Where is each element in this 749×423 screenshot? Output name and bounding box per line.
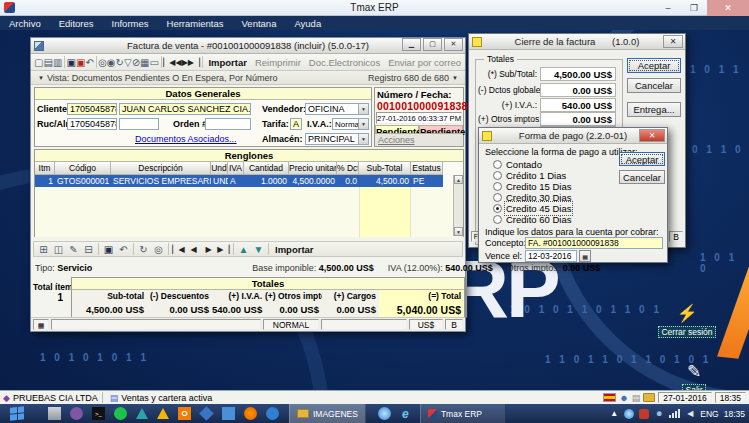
vista-label[interactable]: Vista: Documentos Pendientes O En Espera… bbox=[47, 73, 277, 83]
tarifa-field[interactable]: A bbox=[290, 118, 302, 130]
archive-folder-icon[interactable] bbox=[643, 393, 655, 402]
undo-icon[interactable] bbox=[86, 55, 94, 69]
system-tool-icon[interactable] bbox=[48, 407, 61, 420]
col-und[interactable]: Und bbox=[211, 162, 228, 175]
taskbar-clock[interactable]: 18:35 bbox=[724, 409, 745, 419]
col-descripcion[interactable]: Descripción bbox=[111, 162, 211, 175]
move-up-icon[interactable] bbox=[236, 242, 251, 256]
invoice-minimize-button[interactable]: ▁ bbox=[402, 38, 421, 51]
cliente-code-field[interactable]: 1705045878 bbox=[67, 103, 117, 115]
windows-app-icon[interactable] bbox=[222, 407, 235, 420]
green-app-icon[interactable] bbox=[114, 407, 127, 420]
scroll-up-icon[interactable]: ▲ bbox=[454, 175, 463, 184]
first-row-icon[interactable] bbox=[171, 242, 186, 256]
tray-globe-icon[interactable] bbox=[624, 409, 634, 419]
refresh-icon[interactable] bbox=[116, 55, 124, 69]
teal-triangle-app-icon[interactable] bbox=[136, 408, 148, 419]
cmd-icon[interactable]: >_ bbox=[92, 407, 105, 420]
chevron-down-icon[interactable]: ▼ bbox=[38, 75, 44, 81]
cierre-titlebar[interactable]: Cierre de la factura (1.0.0) ✕ bbox=[469, 34, 685, 50]
delete-row-icon[interactable] bbox=[81, 242, 96, 256]
clear-filter-icon[interactable] bbox=[132, 55, 140, 69]
internet-explorer-icon[interactable]: e bbox=[399, 407, 412, 420]
calendar-button[interactable]: ▦ bbox=[579, 250, 591, 262]
save-icon[interactable] bbox=[67, 55, 76, 69]
reimprimir-link[interactable]: Reimprimir bbox=[255, 57, 301, 68]
language-indicator[interactable]: ENG bbox=[700, 409, 718, 419]
importar-link[interactable]: Importar bbox=[208, 57, 247, 68]
edit-row-icon[interactable] bbox=[66, 242, 81, 256]
taskbar-imagenes-button[interactable]: IMAGENES bbox=[289, 404, 366, 423]
vence-field[interactable]: 12-03-2016 bbox=[525, 250, 577, 262]
importar-rows-link[interactable]: Importar bbox=[275, 244, 314, 255]
chevron-down-icon[interactable]: ▼ bbox=[358, 104, 368, 114]
ruc-suffix-field[interactable] bbox=[119, 118, 159, 130]
speaker-icon[interactable]: ◀ bbox=[685, 409, 695, 419]
almacen-select[interactable]: PRINCIPAL ▼ bbox=[305, 133, 369, 145]
search-rows-icon[interactable] bbox=[151, 242, 166, 256]
cierre-entrega-button[interactable]: Entrega... bbox=[627, 102, 681, 117]
print-icon[interactable] bbox=[43, 55, 52, 69]
col-precio[interactable]: Precio unitario bbox=[289, 162, 337, 175]
col-item[interactable]: Itm bbox=[35, 162, 55, 175]
new-document-icon[interactable] bbox=[34, 55, 43, 69]
radio-credito-1[interactable]: Crédito 1 Dias bbox=[493, 170, 566, 181]
tray-expand-icon[interactable]: ▲ bbox=[609, 409, 619, 419]
cierre-close-button[interactable]: ✕ bbox=[663, 35, 683, 48]
taskbar-tmax-button[interactable]: Tmax ERP bbox=[420, 404, 506, 423]
menu-informes[interactable]: Informes bbox=[103, 18, 158, 29]
acciones-link[interactable]: Acciones bbox=[375, 133, 463, 146]
start-button[interactable] bbox=[0, 404, 34, 423]
chevron-down-icon[interactable]: ▼ bbox=[358, 119, 368, 129]
table-row[interactable]: 1 GTOS000001 SERVICIOS EMPRESARIALES UND… bbox=[35, 175, 463, 187]
restore-button[interactable]: ❐ bbox=[681, 0, 707, 16]
concepto-field[interactable]: FA. #001001000091838 bbox=[525, 237, 663, 249]
last-record-icon[interactable] bbox=[188, 55, 200, 69]
doc-electronicos-link[interactable]: Doc.Electronicos bbox=[309, 57, 380, 68]
add-row-icon[interactable] bbox=[36, 242, 51, 256]
network-signal-icon[interactable] bbox=[669, 409, 680, 418]
menu-archivo[interactable]: Archivo bbox=[0, 18, 50, 29]
chevron-down-icon[interactable]: ▼ bbox=[452, 75, 458, 81]
menu-herramientas[interactable]: Herramientas bbox=[158, 18, 233, 29]
registro-label[interactable]: Registro 680 de 680 bbox=[368, 73, 449, 83]
spain-flag-icon[interactable] bbox=[603, 393, 616, 402]
invoice-maximize-button[interactable]: ▢ bbox=[423, 38, 442, 51]
module-name[interactable]: Ventas y cartera activa bbox=[121, 393, 212, 403]
grid-view-icon[interactable] bbox=[140, 55, 149, 69]
search-icon[interactable] bbox=[98, 55, 107, 69]
cierre-aceptar-button[interactable]: Aceptar bbox=[627, 58, 681, 73]
enviar-correo-link[interactable]: Enviar por correo bbox=[388, 57, 461, 68]
pago-aceptar-button[interactable]: Aceptar bbox=[619, 152, 665, 166]
pago-close-button[interactable]: ✕ bbox=[639, 129, 665, 142]
undo-row-icon[interactable] bbox=[116, 242, 131, 256]
radio-credito-15[interactable]: Credito 15 Dias bbox=[493, 181, 571, 192]
radio-credito-45[interactable]: Credito 45 Dias bbox=[493, 203, 571, 214]
refresh-rows-icon[interactable] bbox=[136, 242, 151, 256]
copy-row-icon[interactable] bbox=[51, 242, 66, 256]
radio-credito-30[interactable]: Credito 30 Dias bbox=[493, 192, 571, 203]
col-cantidad[interactable]: Cantidad bbox=[244, 162, 289, 175]
viber-icon[interactable] bbox=[70, 407, 83, 420]
vendedor-select[interactable]: OFICINA ▼ bbox=[305, 103, 369, 115]
col-estatus[interactable]: Estatus bbox=[411, 162, 443, 175]
previous-row-icon[interactable] bbox=[186, 242, 201, 256]
col-dcto[interactable]: % Dcto bbox=[337, 162, 359, 175]
table-empty-area[interactable] bbox=[35, 187, 463, 237]
orden-field[interactable] bbox=[205, 118, 251, 130]
box-app-icon[interactable] bbox=[199, 406, 214, 421]
invoice-close-button[interactable]: ✕ bbox=[444, 38, 463, 51]
globe-browser-icon[interactable] bbox=[378, 407, 391, 420]
scroll-down-icon[interactable]: ▼ bbox=[454, 227, 463, 236]
radio-credito-60[interactable]: Credito 60 Dias bbox=[493, 214, 571, 225]
menu-ventana[interactable]: Ventana bbox=[233, 18, 286, 29]
col-subtotal[interactable]: Sub-Total bbox=[359, 162, 411, 175]
search-next-icon[interactable] bbox=[107, 55, 116, 69]
pago-cancelar-button[interactable]: Cancelar bbox=[619, 170, 665, 184]
save-close-icon[interactable] bbox=[76, 55, 85, 69]
cliente-name-field[interactable]: JUAN CARLOS SANCHEZ CIA. LTDA. bbox=[119, 103, 251, 115]
documentos-asociados-link[interactable]: Documentos Asociados... bbox=[135, 134, 237, 144]
menu-ayuda[interactable]: Ayuda bbox=[285, 18, 330, 29]
next-row-icon[interactable] bbox=[201, 242, 216, 256]
blue-globe-app-icon[interactable] bbox=[266, 407, 279, 420]
